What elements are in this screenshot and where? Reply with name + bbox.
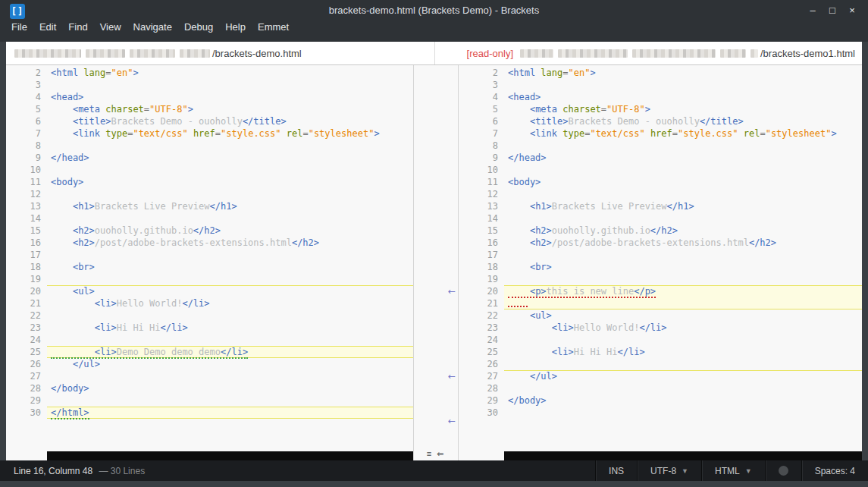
left-code-line-26[interactable]: </ul>: [47, 358, 413, 370]
right-code-line-14[interactable]: [504, 212, 862, 225]
left-code-line-30[interactable]: </html>: [47, 407, 413, 419]
left-code-line-6[interactable]: <title>Brackets Demo - ouoholly</title>: [47, 115, 413, 127]
live-preview-indicator[interactable]: [765, 460, 801, 481]
right-line-number-23[interactable]: 23: [459, 322, 504, 334]
left-code-line-11[interactable]: <body>: [47, 176, 413, 188]
menu-emmet[interactable]: Emmet: [258, 21, 289, 33]
left-line-number-14[interactable]: 14: [6, 212, 47, 225]
left-line-number-5[interactable]: 5: [6, 103, 47, 115]
left-code-line-9[interactable]: </head>: [47, 152, 413, 164]
left-line-number-18[interactable]: 18: [6, 261, 47, 273]
right-line-number-17[interactable]: 17: [459, 249, 504, 261]
right-code-line-21[interactable]: [504, 297, 862, 309]
right-code-line-11[interactable]: <body>: [504, 176, 862, 188]
right-line-number-29[interactable]: 29: [459, 394, 504, 407]
menu-view[interactable]: View: [100, 21, 121, 33]
right-code-line-18[interactable]: <br>: [504, 261, 862, 273]
right-code-line-8[interactable]: [504, 140, 862, 152]
left-line-number-29[interactable]: 29: [6, 394, 47, 407]
menu-edit[interactable]: Edit: [39, 21, 56, 33]
left-code-line-8[interactable]: [47, 140, 413, 152]
left-code-line-3[interactable]: [47, 79, 413, 91]
left-code-line-23[interactable]: <li>Hi Hi Hi</li>: [47, 322, 413, 334]
right-line-number-26[interactable]: 26: [459, 358, 504, 370]
right-code-line-17[interactable]: [504, 249, 862, 261]
merge-copy-arrow-line-20[interactable]: ←: [448, 285, 456, 297]
right-line-number-13[interactable]: 13: [459, 200, 504, 212]
right-code-line-9[interactable]: </head>: [504, 152, 862, 164]
right-line-number-9[interactable]: 9: [459, 152, 504, 164]
left-line-number-3[interactable]: 3: [6, 79, 47, 91]
right-code-line-13[interactable]: <h1>Brackets Live Preview</h1>: [504, 200, 862, 212]
right-code-pane[interactable]: <html lang="en"><head> <meta charset="UT…: [504, 65, 862, 451]
right-code-line-29[interactable]: </body>: [504, 394, 862, 407]
right-code-line-16[interactable]: <h2>/post/adobe-brackets-extensions.html…: [504, 237, 862, 249]
right-code-line-24[interactable]: [504, 334, 862, 346]
menu-find[interactable]: Find: [68, 21, 87, 33]
indent-setting[interactable]: Spaces: 4: [801, 460, 868, 481]
right-line-number-12[interactable]: 12: [459, 188, 504, 200]
left-line-number-11[interactable]: 11: [6, 176, 47, 188]
close-button[interactable]: ×: [842, 2, 862, 18]
merge-copy-left-icon[interactable]: ⇐: [437, 449, 445, 458]
menu-file[interactable]: File: [11, 21, 27, 33]
left-line-number-13[interactable]: 13: [6, 200, 47, 212]
left-code-line-18[interactable]: <br>: [47, 261, 413, 273]
left-line-number-9[interactable]: 9: [6, 152, 47, 164]
right-code-line-20[interactable]: <p>this is new line</p>: [504, 285, 862, 297]
left-line-number-17[interactable]: 17: [6, 249, 47, 261]
right-line-number-8[interactable]: 8: [459, 140, 504, 152]
left-code-line-21[interactable]: <li>Hello World!</li>: [47, 297, 413, 309]
left-line-number-10[interactable]: 10: [6, 164, 47, 176]
left-line-number-20[interactable]: 20: [6, 285, 47, 297]
right-horizontal-scrollbar[interactable]: [504, 451, 862, 460]
left-line-number-28[interactable]: 28: [6, 382, 47, 394]
right-line-number-3[interactable]: 3: [459, 79, 504, 91]
menu-debug[interactable]: Debug: [184, 21, 213, 33]
right-code-line-7[interactable]: <link type="text/css" href="style.css" r…: [504, 127, 862, 140]
right-code-line-25[interactable]: <li>Hi Hi Hi</li>: [504, 346, 862, 358]
right-line-number-28[interactable]: 28: [459, 382, 504, 394]
right-line-number-15[interactable]: 15: [459, 225, 504, 237]
merge-copy-arrow-line-27[interactable]: ←: [448, 370, 456, 382]
right-line-number-18[interactable]: 18: [459, 261, 504, 273]
right-code-line-6[interactable]: <title>Brackets Demo - ouoholly</title>: [504, 115, 862, 127]
left-horizontal-scrollbar[interactable]: [47, 451, 413, 460]
right-line-number-20[interactable]: 20: [459, 285, 504, 297]
right-code-line-3[interactable]: [504, 79, 862, 91]
language-selector[interactable]: HTML ▼: [701, 460, 765, 481]
right-code-line-5[interactable]: <meta charset="UTF-8">: [504, 103, 862, 115]
left-code-line-16[interactable]: <h2>/post/adobe-brackets-extensions.html…: [47, 237, 413, 249]
minimize-button[interactable]: –: [803, 2, 823, 18]
left-line-number-2[interactable]: 2: [6, 67, 47, 79]
right-line-number-5[interactable]: 5: [459, 103, 504, 115]
right-code-line-22[interactable]: <ul>: [504, 309, 862, 322]
left-line-number-19[interactable]: 19: [6, 273, 47, 285]
merge-copy-arrow-line-30.7[interactable]: ←: [448, 415, 456, 427]
right-code-line-26[interactable]: [504, 358, 862, 370]
right-code-line-4[interactable]: <head>: [504, 91, 862, 103]
left-line-number-24[interactable]: 24: [6, 334, 47, 346]
right-line-number-6[interactable]: 6: [459, 115, 504, 127]
left-code-line-2[interactable]: <html lang="en">: [47, 67, 413, 79]
merge-lines-icon[interactable]: ≡: [427, 449, 433, 458]
right-line-number-10[interactable]: 10: [459, 164, 504, 176]
left-code-line-29[interactable]: [47, 394, 413, 407]
right-line-number-24[interactable]: 24: [459, 334, 504, 346]
right-line-number-30[interactable]: 30: [459, 407, 504, 419]
left-line-number-27[interactable]: 27: [6, 370, 47, 382]
right-line-number-25[interactable]: 25: [459, 346, 504, 358]
insert-mode-toggle[interactable]: INS: [595, 460, 637, 481]
maximize-button[interactable]: □: [823, 2, 842, 18]
left-code-line-5[interactable]: <meta charset="UTF-8">: [47, 103, 413, 115]
left-line-number-16[interactable]: 16: [6, 237, 47, 249]
right-code-line-10[interactable]: [504, 164, 862, 176]
right-line-number-22[interactable]: 22: [459, 309, 504, 322]
right-code-line-27[interactable]: </ul>: [504, 370, 862, 382]
right-line-number-14[interactable]: 14: [459, 212, 504, 225]
left-code-pane[interactable]: <html lang="en"><head> <meta charset="UT…: [47, 65, 413, 451]
left-code-line-28[interactable]: </body>: [47, 382, 413, 394]
right-line-number-19[interactable]: 19: [459, 273, 504, 285]
right-code-line-28[interactable]: [504, 382, 862, 394]
left-code-line-24[interactable]: [47, 334, 413, 346]
